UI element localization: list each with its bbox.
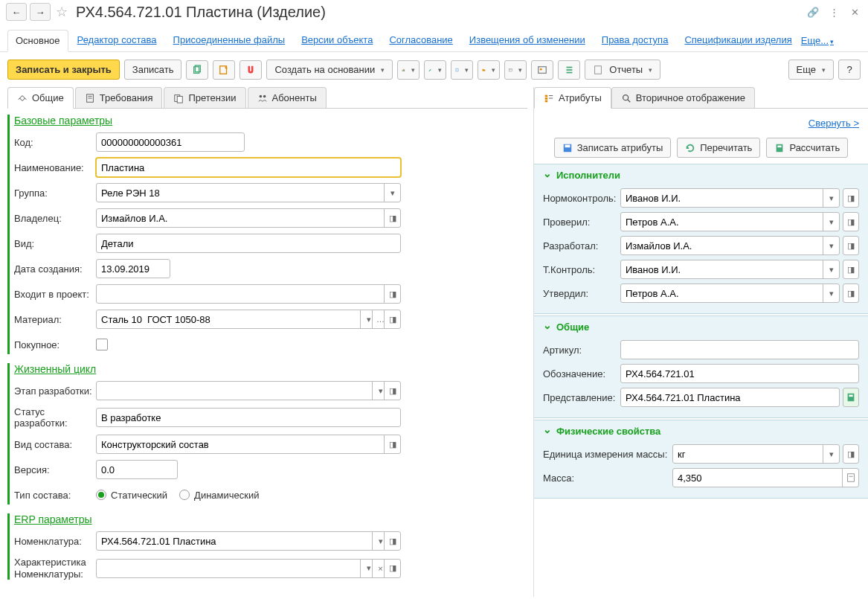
status-input[interactable] bbox=[96, 408, 401, 427]
collapse-link[interactable]: Свернуть > bbox=[534, 115, 868, 132]
save-attrs-button[interactable]: Записать атрибуты bbox=[554, 138, 672, 158]
nav-tab-versions[interactable]: Версии объекта bbox=[294, 30, 380, 51]
version-input[interactable] bbox=[96, 460, 178, 479]
window-title: РХ4.564.721.01 Пластина (Изделие) bbox=[76, 4, 803, 21]
sub-tab-requirements[interactable]: Требования bbox=[75, 87, 163, 108]
more-icon[interactable]: ⋮ bbox=[826, 4, 841, 19]
section-base-title[interactable]: Базовые параметры bbox=[14, 115, 520, 126]
calendar-button[interactable] bbox=[504, 60, 527, 80]
attr-header-general[interactable]: Общие bbox=[534, 316, 868, 337]
name-input[interactable] bbox=[96, 158, 401, 177]
toolbar: Записать и закрыть Записать Создать на о… bbox=[0, 52, 868, 87]
dropdown-icon[interactable]: ▾ bbox=[823, 213, 839, 231]
copy-button[interactable] bbox=[186, 60, 208, 80]
open-icon[interactable]: ◨ bbox=[384, 310, 400, 328]
list-button[interactable] bbox=[558, 60, 580, 80]
calc-icon[interactable] bbox=[842, 469, 858, 487]
nav-tab-access[interactable]: Права доступа bbox=[594, 30, 676, 51]
date-input[interactable] bbox=[96, 259, 170, 278]
chart-button[interactable] bbox=[397, 60, 419, 80]
attr-header-performers[interactable]: Исполнители bbox=[534, 164, 868, 185]
favorite-icon[interactable]: ☆ bbox=[54, 4, 70, 20]
nav-tab-specs[interactable]: Спецификации изделия bbox=[677, 30, 799, 51]
more-button[interactable]: Еще bbox=[788, 60, 834, 80]
link-icon[interactable]: 🔗 bbox=[806, 4, 820, 19]
type-input[interactable] bbox=[96, 234, 401, 253]
svg-rect-34 bbox=[849, 395, 852, 397]
sub-tab-claims[interactable]: Претензии bbox=[164, 87, 245, 108]
nav-tab-editor[interactable]: Редактор состава bbox=[70, 30, 164, 51]
project-input[interactable]: ◨ bbox=[96, 284, 401, 304]
right-tab-attrs[interactable]: Атрибуты bbox=[534, 87, 611, 109]
save-close-button[interactable]: Записать и закрыть bbox=[7, 60, 120, 80]
open-icon[interactable]: ◨ bbox=[843, 260, 859, 279]
radio-static[interactable]: Статический bbox=[96, 490, 167, 501]
calculate-button[interactable]: Рассчитать bbox=[766, 138, 848, 158]
nav-tab-files[interactable]: Присоединенные файлы bbox=[166, 30, 293, 51]
sub-tab-subscribers[interactable]: Абоненты bbox=[248, 87, 327, 108]
calc-icon[interactable] bbox=[843, 388, 859, 407]
new-button[interactable] bbox=[213, 60, 235, 80]
purchased-checkbox[interactable] bbox=[96, 339, 108, 350]
nomenclature-input[interactable]: ▾◨ bbox=[96, 531, 401, 551]
composition-input[interactable]: ◨ bbox=[96, 435, 401, 454]
material-input[interactable]: ▾…◨ bbox=[96, 310, 401, 329]
unit-input[interactable]: ▾ bbox=[672, 444, 840, 464]
characteristic-input[interactable]: ▾×◨ bbox=[96, 559, 401, 578]
dropdown-icon[interactable]: ▾ bbox=[384, 184, 400, 202]
open-icon[interactable]: ◨ bbox=[843, 188, 859, 208]
forward-button[interactable]: → bbox=[30, 3, 51, 21]
attr-header-physical[interactable]: Физические свойства bbox=[534, 420, 868, 441]
help-button[interactable]: ? bbox=[838, 60, 861, 80]
save-button[interactable]: Записать bbox=[124, 60, 182, 80]
nav-tab-main[interactable]: Основное bbox=[7, 30, 68, 52]
sub-tab-general[interactable]: Общие bbox=[7, 87, 74, 109]
dropdown-icon[interactable]: ▾ bbox=[823, 445, 839, 463]
open-icon[interactable]: ◨ bbox=[384, 532, 400, 550]
tcontrol-input[interactable]: ▾ bbox=[620, 260, 840, 279]
open-icon[interactable]: ◨ bbox=[384, 285, 400, 303]
close-icon[interactable]: ✕ bbox=[847, 4, 862, 19]
open-icon[interactable]: ◨ bbox=[384, 560, 400, 577]
nav-more[interactable]: Еще... bbox=[801, 35, 834, 46]
article-input[interactable] bbox=[620, 340, 859, 359]
folder-button[interactable] bbox=[478, 60, 500, 80]
dropdown-icon[interactable]: ▾ bbox=[823, 237, 839, 254]
open-icon[interactable]: ◨ bbox=[843, 236, 859, 255]
reports-button[interactable]: Отчеты bbox=[585, 60, 660, 80]
group-input[interactable]: ▾ bbox=[96, 183, 401, 202]
image-button[interactable] bbox=[531, 60, 553, 80]
open-icon[interactable]: ◨ bbox=[843, 212, 859, 231]
dropdown-icon[interactable]: ▾ bbox=[823, 284, 839, 302]
radio-dynamic[interactable]: Динамический bbox=[179, 490, 259, 501]
right-tab-secondary[interactable]: Вторичное отображение bbox=[611, 87, 755, 108]
approved-input[interactable]: ▾ bbox=[620, 284, 840, 303]
open-icon[interactable]: ◨ bbox=[384, 435, 400, 453]
stage-input[interactable]: ▾◨ bbox=[96, 381, 401, 400]
edit-button[interactable] bbox=[424, 60, 446, 80]
checked-input[interactable]: ▾ bbox=[620, 212, 840, 231]
reread-button[interactable]: Перечитать bbox=[677, 138, 760, 158]
section-erp-title[interactable]: ERP параметры bbox=[14, 513, 520, 525]
mass-input[interactable] bbox=[672, 468, 859, 487]
doc-button[interactable] bbox=[451, 60, 473, 80]
section-lifecycle-title[interactable]: Жизненный цикл bbox=[14, 363, 520, 375]
dropdown-icon[interactable]: ▾ bbox=[823, 189, 839, 207]
magnet-button[interactable] bbox=[239, 60, 262, 80]
open-icon[interactable]: ◨ bbox=[384, 209, 400, 227]
designation-input[interactable] bbox=[620, 364, 859, 383]
owner-input[interactable]: ◨ bbox=[96, 208, 401, 228]
open-icon[interactable]: ◨ bbox=[843, 284, 859, 303]
nav-tab-approval[interactable]: Согласование bbox=[382, 30, 460, 51]
create-based-button[interactable]: Создать на основании bbox=[266, 60, 393, 80]
developed-input[interactable]: ▾ bbox=[620, 236, 840, 255]
open-icon[interactable]: ◨ bbox=[843, 444, 859, 464]
back-button[interactable]: ← bbox=[6, 3, 27, 21]
representation-input[interactable] bbox=[620, 388, 840, 407]
dropdown-icon[interactable]: ▾ bbox=[823, 260, 839, 278]
code-input[interactable] bbox=[96, 132, 245, 152]
open-icon[interactable]: ◨ bbox=[384, 382, 400, 400]
nav-tab-notices[interactable]: Извещения об изменении bbox=[462, 30, 593, 51]
project-label: Входит в проект: bbox=[14, 289, 96, 300]
norm-input[interactable]: ▾ bbox=[620, 188, 840, 208]
